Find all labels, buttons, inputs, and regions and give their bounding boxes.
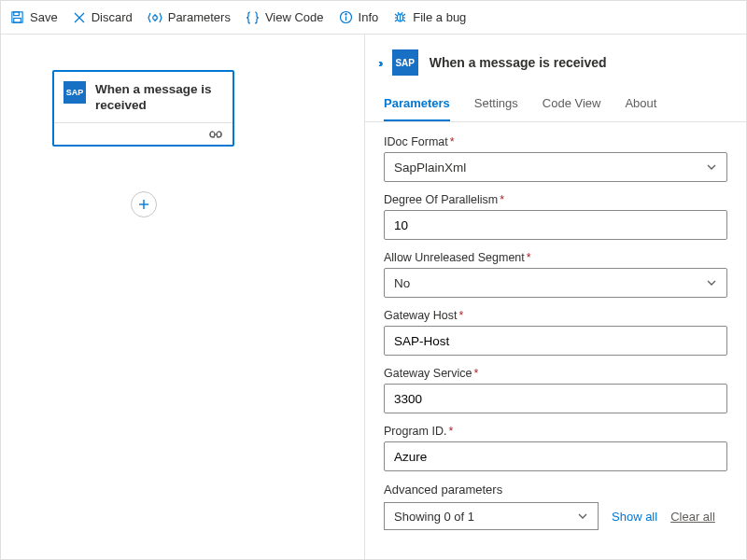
details-panel: ›› SAP When a message is received Parame… [365,35,746,560]
select-idoc-format[interactable]: SapPlainXml [384,152,727,182]
collapse-icon[interactable]: ›› [378,56,381,70]
field-allow-unreleased: Allow Unreleased Segment* No [384,251,727,298]
designer-canvas: SAP When a message is received [1,35,365,560]
label-gateway-service: Gateway Service* [384,367,727,380]
chevron-down-icon [706,163,717,171]
tab-settings[interactable]: Settings [474,91,518,121]
save-button[interactable]: Save [10,10,58,24]
field-program-id: Program ID.* [384,425,727,471]
select-idoc-format-value: SapPlainXml [394,161,466,175]
info-label: Info [359,10,379,24]
parameters-button[interactable]: Parameters [148,10,231,24]
input-program-id[interactable] [384,441,727,471]
braces-icon [246,11,260,24]
show-all-link[interactable]: Show all [612,510,657,524]
panel-tabs: Parameters Settings Code View About [365,85,746,122]
parameters-label: Parameters [168,10,231,24]
input-degree[interactable] [384,210,727,240]
view-code-label: View Code [265,10,324,24]
trigger-card-footer [54,122,233,145]
toolbar: Save Discard Parameters View Code Info F… [1,1,746,35]
save-icon [10,10,24,24]
label-allow-unreleased: Allow Unreleased Segment* [384,251,727,264]
label-degree: Degree Of Parallelism* [384,193,727,206]
label-idoc-format: IDoc Format* [384,135,727,148]
sap-badge-icon: SAP [392,49,418,76]
chevron-down-icon [706,279,717,287]
bug-icon [393,10,407,24]
trigger-card[interactable]: SAP When a message is received [52,70,234,147]
close-icon [73,11,86,24]
file-bug-label: File a bug [413,10,466,24]
select-advanced[interactable]: Showing 0 of 1 [384,502,599,530]
field-degree: Degree Of Parallelism* [384,193,727,240]
tab-about[interactable]: About [625,91,656,121]
trigger-card-title: When a message is received [95,81,221,113]
input-gateway-service[interactable] [384,384,727,413]
svg-line-19 [398,12,399,14]
svg-line-18 [403,20,406,21]
label-gateway-host: Gateway Host* [384,309,727,322]
info-icon [339,10,353,24]
chevron-down-icon [577,512,588,520]
field-gateway-service: Gateway Service* [384,367,727,413]
svg-line-17 [395,20,398,21]
parameters-form: IDoc Format* SapPlainXml Degree Of Paral… [365,122,746,560]
select-advanced-value: Showing 0 of 1 [394,510,474,524]
panel-title: When a message is received [430,55,607,70]
connection-icon[interactable] [208,130,223,139]
discard-button[interactable]: Discard [73,10,133,24]
parameters-icon [148,11,162,24]
discard-label: Discard [92,10,133,24]
tab-code-view[interactable]: Code View [543,91,601,121]
svg-line-20 [402,12,402,14]
svg-rect-1 [14,12,20,16]
svg-point-5 [152,15,157,20]
view-code-button[interactable]: View Code [246,10,324,24]
select-allow-unreleased-value: No [394,276,410,290]
field-idoc-format: IDoc Format* SapPlainXml [384,135,727,182]
file-bug-button[interactable]: File a bug [393,10,466,24]
svg-line-14 [403,14,406,16]
save-label: Save [30,10,58,24]
label-advanced: Advanced parameters [384,483,727,497]
clear-all-link[interactable]: Clear all [670,510,715,524]
svg-point-10 [345,14,345,15]
field-gateway-host: Gateway Host* [384,309,727,356]
label-program-id: Program ID.* [384,425,727,438]
svg-rect-2 [14,18,21,22]
main: SAP When a message is received ›› SAP Wh… [1,35,746,560]
panel-header: ›› SAP When a message is received [365,35,746,85]
tab-parameters[interactable]: Parameters [384,91,450,121]
advanced-row: Showing 0 of 1 Show all Clear all [384,502,727,530]
trigger-card-header: SAP When a message is received [54,72,233,122]
sap-badge-icon: SAP [63,81,86,104]
svg-line-13 [395,14,398,16]
input-gateway-host[interactable] [384,326,727,356]
info-button[interactable]: Info [339,10,379,24]
add-step-button[interactable] [131,191,157,217]
select-allow-unreleased[interactable]: No [384,268,727,298]
